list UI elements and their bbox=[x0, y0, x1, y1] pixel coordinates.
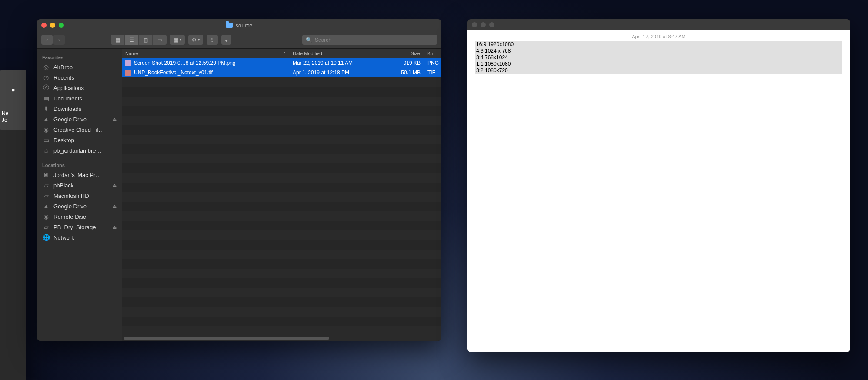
favorite-item[interactable]: ◉Creative Cloud Fil… bbox=[37, 124, 122, 135]
finder-sidebar: Favorites ◎AirDrop◷RecentsⒶApplications▤… bbox=[37, 49, 122, 341]
empty-row bbox=[122, 269, 441, 278]
location-item[interactable]: 🌐Network bbox=[37, 232, 122, 243]
empty-row bbox=[122, 221, 441, 230]
location-item[interactable]: ▲Google Drive⏏ bbox=[37, 201, 122, 211]
location-item[interactable]: 🖥Jordan's iMac Pr… bbox=[37, 170, 122, 180]
sidebar-item-label: pb_jordanlambre… bbox=[53, 147, 117, 154]
empty-row bbox=[122, 211, 441, 221]
back-button[interactable]: ‹ bbox=[41, 35, 53, 45]
column-date[interactable]: Date Modified bbox=[289, 49, 378, 58]
disk-icon: ▱ bbox=[42, 181, 50, 189]
minimize-button[interactable] bbox=[50, 23, 55, 28]
favorite-item[interactable]: ▲Google Drive⏏ bbox=[37, 114, 122, 124]
sidebar-item-label: Desktop bbox=[53, 137, 117, 143]
favorite-item[interactable]: ▤Documents bbox=[37, 93, 122, 103]
column-view-button[interactable]: ▥ bbox=[139, 35, 153, 45]
empty-row bbox=[122, 250, 441, 259]
sidebar-item-label: Google Drive bbox=[53, 203, 109, 210]
list-view-button[interactable]: ☰ bbox=[125, 35, 139, 45]
disk-icon: ▱ bbox=[42, 192, 50, 200]
column-name[interactable]: Name ^ bbox=[122, 49, 289, 58]
search-icon: 🔍 bbox=[306, 37, 312, 43]
column-size[interactable]: Size bbox=[378, 49, 424, 58]
favorite-item[interactable]: ⬇Downloads bbox=[37, 103, 122, 114]
sidebar-item-label: Recents bbox=[53, 74, 117, 81]
favorite-item[interactable]: ⒶApplications bbox=[37, 83, 122, 93]
icon-view-button[interactable]: ▦ bbox=[111, 35, 125, 45]
location-item[interactable]: ▱PB_Dry_Storage⏏ bbox=[37, 222, 122, 232]
favorites-header: Favorites bbox=[37, 52, 122, 62]
file-icon bbox=[125, 70, 131, 76]
sidebar-item-label: Downloads bbox=[53, 106, 117, 112]
forward-button[interactable]: › bbox=[53, 35, 65, 45]
eject-icon[interactable]: ⏏ bbox=[112, 183, 117, 188]
gallery-view-button[interactable]: ▭ bbox=[153, 35, 167, 45]
empty-row bbox=[122, 297, 441, 307]
sidebar-item-label: PB_Dry_Storage bbox=[53, 224, 109, 230]
note-body[interactable]: April 17, 2019 at 8:47 AM 16:9 1920x1080… bbox=[467, 30, 850, 352]
empty-row bbox=[122, 183, 441, 192]
empty-row bbox=[122, 240, 441, 250]
notes-window: April 17, 2019 at 8:47 AM 16:9 1920x1080… bbox=[467, 19, 850, 352]
doc-icon: ▤ bbox=[42, 94, 50, 102]
search-field[interactable]: 🔍 Search bbox=[302, 35, 437, 45]
horizontal-scrollbar[interactable] bbox=[122, 336, 441, 341]
empty-row bbox=[122, 259, 441, 269]
share-button[interactable]: ⇪ bbox=[207, 35, 218, 45]
location-item[interactable]: ◉Remote Disc bbox=[37, 211, 122, 222]
airdrop-icon: ◎ bbox=[42, 63, 50, 71]
empty-row bbox=[122, 154, 441, 163]
sidebar-item-label: pbBlack bbox=[53, 182, 109, 189]
empty-row bbox=[122, 326, 441, 336]
home-icon: ⌂ bbox=[42, 147, 50, 154]
favorite-item[interactable]: ▭Desktop bbox=[37, 135, 122, 145]
column-header-row: Name ^ Date Modified Size Kin bbox=[122, 49, 441, 58]
tags-button[interactable]: ⬥ bbox=[221, 35, 231, 45]
location-item[interactable]: ▱Macintosh HD bbox=[37, 190, 122, 201]
folder-icon bbox=[226, 23, 233, 28]
sidebar-item-label: Jordan's iMac Pr… bbox=[53, 172, 117, 178]
location-item[interactable]: ▱pbBlack⏏ bbox=[37, 180, 122, 190]
empty-row bbox=[122, 135, 441, 144]
finder-titlebar[interactable]: source bbox=[37, 19, 441, 31]
partial-line2: Jo bbox=[2, 117, 24, 123]
file-row[interactable]: Screen Shot 2019-0…8 at 12.59.29 PM.pngM… bbox=[122, 58, 441, 68]
gdrive-icon: ▲ bbox=[42, 115, 50, 123]
computer-icon: 🖥 bbox=[42, 171, 50, 179]
file-date-cell: Apr 1, 2019 at 12:18 PM bbox=[289, 70, 378, 76]
sidebar-item-label: Macintosh HD bbox=[53, 193, 117, 199]
empty-row bbox=[122, 288, 441, 297]
sidebar-item-label: Applications bbox=[53, 85, 117, 91]
sidebar-item-label: Creative Cloud Fil… bbox=[53, 127, 117, 133]
favorite-item[interactable]: ⌂pb_jordanlambre… bbox=[37, 145, 122, 156]
column-kind[interactable]: Kin bbox=[424, 49, 441, 58]
file-name-cell: UNP_BookFestival_Notext_v01.tif bbox=[122, 70, 289, 76]
view-mode-segment: ▦ ☰ ▥ ▭ bbox=[111, 35, 167, 45]
eject-icon[interactable]: ⏏ bbox=[112, 117, 117, 122]
minimize-button[interactable] bbox=[481, 22, 486, 27]
zoom-button[interactable] bbox=[489, 22, 494, 27]
arrange-button[interactable]: ▦ ▾ bbox=[170, 35, 185, 45]
favorite-item[interactable]: ◷Recents bbox=[37, 72, 122, 83]
notes-titlebar[interactable] bbox=[467, 19, 850, 30]
file-size-cell: 919 KB bbox=[378, 60, 424, 66]
file-list-pane: Name ^ Date Modified Size Kin Screen Sho… bbox=[122, 49, 441, 341]
search-placeholder: Search bbox=[315, 37, 331, 43]
close-button[interactable] bbox=[41, 23, 47, 28]
empty-row bbox=[122, 192, 441, 202]
file-row[interactable]: UNP_BookFestival_Notext_v01.tifApr 1, 20… bbox=[122, 68, 441, 77]
action-button[interactable]: ⚙ ▾ bbox=[188, 35, 203, 45]
gdrive-icon: ▲ bbox=[42, 202, 50, 210]
scroll-thumb[interactable] bbox=[124, 337, 329, 340]
globe-icon: 🌐 bbox=[42, 233, 50, 241]
favorite-item[interactable]: ◎AirDrop bbox=[37, 62, 122, 72]
eject-icon[interactable]: ⏏ bbox=[112, 224, 117, 230]
eject-icon[interactable]: ⏏ bbox=[112, 203, 117, 209]
sidebar-item-label: Network bbox=[53, 234, 117, 241]
partial-content: ■ Ne Jo bbox=[0, 70, 26, 130]
note-text[interactable]: 16:9 1920x1080 4:3 1024 x 768 3:4 768x10… bbox=[475, 41, 842, 74]
sidebar-item-label: Documents bbox=[53, 95, 117, 102]
close-button[interactable] bbox=[472, 22, 477, 27]
empty-row bbox=[122, 77, 441, 87]
zoom-button[interactable] bbox=[59, 23, 64, 28]
